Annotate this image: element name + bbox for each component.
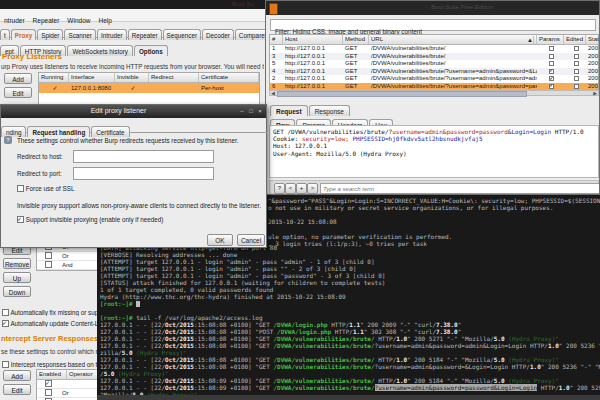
proxy-listeners-heading: Proxy Listeners — [2, 52, 62, 61]
server-rules-add-button[interactable]: Add — [3, 370, 31, 381]
col-invisible: Invisible — [115, 73, 149, 82]
fix-missing-checkbox[interactable]: Automatically fix missing or superflu — [2, 309, 102, 316]
dialog-intro-text: These settings control whether Burp redi… — [17, 137, 261, 144]
terminal-line: o not use in military or secret service … — [268, 204, 600, 211]
history-table[interactable]: #HostMethodURL▲ParamsEditedStatus1http:/… — [269, 34, 599, 92]
minimize-icon[interactable]: – — [238, 107, 246, 115]
intercept-server-responses-description: se these settings to control which res — [1, 348, 97, 355]
cancel-button[interactable]: Cancel — [237, 234, 265, 246]
search-prev-button[interactable]: < — [285, 183, 296, 194]
force-ssl-checkbox[interactable]: Force use of SSL — [17, 185, 74, 192]
client-rules-up-button[interactable]: Up — [3, 272, 31, 283]
close-icon[interactable]: × — [256, 107, 264, 115]
redirect-port-field[interactable] — [73, 167, 214, 180]
terminal-line: [ATTEMPT] target 127.0.0.1 - login "admi… — [100, 265, 600, 272]
rule-enabled-checkbox[interactable] — [45, 380, 52, 387]
col-redirect: Redirect — [149, 73, 199, 82]
scrollbar-thumb[interactable] — [277, 91, 527, 97]
listener-row[interactable]: ✓127.0.0.1:8080✓Per-host — [39, 83, 259, 93]
redirect-host-field[interactable] — [73, 150, 214, 163]
terminal-line: 127.0.0.1 - - [22/Oct/2015:15:08:08 +010… — [100, 335, 600, 342]
status-cell: 200 — [586, 75, 600, 83]
scrollbar-left-arrow-icon[interactable]: ◀ — [271, 90, 275, 96]
edit-listener-button[interactable]: Edit — [4, 87, 32, 98]
terminal-line: [VERBOSE] Resolving addresses ... done — [100, 251, 600, 258]
params-checkbox — [549, 84, 554, 89]
params-checkbox — [549, 76, 554, 81]
checkbox-box[interactable] — [2, 309, 9, 316]
client-rules-remove-button[interactable]: Remove — [3, 258, 31, 269]
dialog-tab-request-handling[interactable]: Request handling — [27, 126, 90, 137]
redirect-port-label: Redirect to port: — [17, 170, 62, 177]
col-interface: Interface — [69, 73, 115, 82]
subtab-websockets-history[interactable]: WebSockets history — [67, 45, 133, 56]
maximize-icon[interactable]: □ — [247, 107, 255, 115]
col-method[interactable]: Method — [343, 35, 369, 44]
history-row[interactable]: 3http://127.0.0.1GET/DVWA/vulnerabilitie… — [270, 53, 598, 61]
request-line: Host: 127.0.0.1 — [273, 142, 598, 149]
history-row[interactable]: 4http://127.0.0.1GET/DVWA/vulnerabilitie… — [270, 68, 598, 76]
params-checkbox — [549, 46, 554, 51]
add-listener-button[interactable]: Add — [4, 73, 32, 84]
checkbox-box[interactable] — [2, 320, 9, 327]
request-line: GET /DVWA/vulnerabilities/brute/?usernam… — [273, 128, 598, 135]
col-host[interactable]: Host — [283, 35, 343, 44]
terminal-line: 2015-10-22 15:08:08 — [268, 218, 600, 225]
server-rules-edit-button[interactable]: Edit — [3, 384, 31, 395]
request-raw-view[interactable]: GET /DVWA/vulnerabilities/brute/?usernam… — [269, 125, 599, 178]
dialog-titlebar[interactable]: Edit proxy listener – □ × — [1, 105, 266, 118]
message-search-bar: ?<+> — [269, 180, 599, 194]
edited-checkbox — [574, 84, 579, 89]
force-ssl-checkbox-box[interactable] — [17, 185, 24, 192]
rule-enabled-checkbox[interactable] — [45, 389, 52, 396]
status-cell: 200 — [586, 45, 600, 53]
edited-checkbox — [574, 76, 579, 81]
update-content-length-checkbox[interactable]: Automatically update Content-Lengt — [2, 320, 102, 327]
invisible-proxy-checkbox[interactable]: Support invisible proxying (enable only … — [17, 216, 163, 223]
terminal-line: ule option, no parameter verification is… — [268, 233, 600, 240]
help-icon[interactable]: ? — [4, 136, 12, 144]
client-rules-down-button[interactable]: Down — [3, 286, 31, 297]
search-add-button[interactable]: + — [296, 183, 307, 194]
search-help-button[interactable]: ? — [274, 183, 285, 194]
terminal-line: [ATTEMPT] target 127.0.0.1 - login "admi… — [100, 258, 600, 265]
dialog-tab-certificate[interactable]: Certificate — [91, 126, 129, 137]
search-input[interactable] — [320, 183, 600, 194]
history-row[interactable]: 2http://127.0.0.1GET/DVWA/vulnerabilitie… — [270, 75, 598, 83]
col-url[interactable]: URL▲ — [369, 35, 537, 44]
params-checkbox — [549, 54, 554, 59]
terminal-line: 127.0.0.1 - - [22/Oct/2015:15:08:08 +010… — [100, 321, 600, 328]
menu-bar: ntruderRepeaterWindowHelp — [0, 9, 265, 22]
invisible-proxy-checkbox-box[interactable] — [17, 216, 24, 223]
terminal-line: [STATUS] attack finished for 127.0.0.1 (… — [100, 279, 600, 286]
scrollbar-right-arrow-icon[interactable]: ▶ — [593, 90, 597, 96]
burp-window-title-hint: Burp Su — [232, 1, 254, 7]
history-row[interactable]: 1http://127.0.0.1GET/DVWA/vulnerabilitie… — [270, 45, 598, 53]
ok-button[interactable]: OK — [207, 234, 233, 246]
history-filter-bar[interactable]: Filter: Hiding CSS, image and general bi… — [270, 19, 596, 31]
history-row[interactable]: 5http://127.0.0.1GET/DVWA/vulnerabilitie… — [270, 60, 598, 68]
rule-enabled-checkbox[interactable] — [45, 261, 52, 268]
intercept-responses-checkbox[interactable]: Intercept responses based on the f — [2, 361, 102, 368]
terminal-line: Hydra (http://www.thc.org/thc-hydra) fin… — [100, 293, 600, 300]
history-horizontal-scrollbar[interactable]: ◀ ▶ — [269, 90, 599, 96]
col-edited[interactable]: Edited — [564, 35, 586, 44]
rule-enabled-checkbox[interactable] — [45, 252, 52, 259]
checkbox-box[interactable] — [2, 361, 9, 368]
dialog-title: Edit proxy listener — [1, 107, 236, 114]
terminal-line: zilla/5.0 (Hydra Proxy)" — [100, 349, 600, 356]
proxy-listeners-table[interactable]: RunningInterfaceInvisibleRedirectCertifi… — [38, 72, 260, 105]
search-next-button[interactable]: > — [307, 183, 318, 194]
col-x[interactable]: # — [270, 35, 283, 44]
burp-window-titlebar[interactable]: Burp Su — [0, 0, 265, 9]
edited-checkbox — [574, 69, 579, 74]
col-running: Running — [39, 73, 69, 82]
col-params[interactable]: Params — [537, 35, 564, 44]
col-status[interactable]: Status — [586, 35, 600, 44]
history-window-titlebar[interactable]: Burp Suite Free Edition — [266, 1, 600, 15]
invisible-proxy-text: Invisible proxy support allows non-proxy… — [17, 202, 261, 209]
subtab-options[interactable]: Options — [134, 45, 168, 56]
force-ssl-label: Force use of SSL — [26, 185, 75, 192]
rule-operator: Or — [62, 253, 69, 259]
proxy-listeners-description: urp Proxy uses listeners to receive inco… — [1, 63, 264, 70]
